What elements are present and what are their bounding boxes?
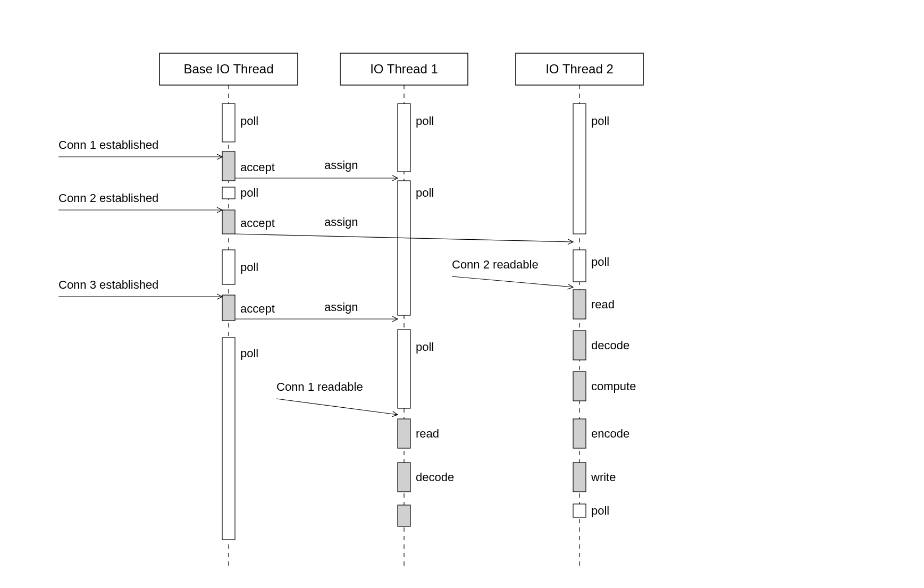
base-accept-2-label: accept (240, 216, 275, 230)
io2-read-label: read (591, 298, 615, 311)
io1-poll-2-label: poll (416, 186, 434, 199)
io1-decode (398, 463, 410, 492)
lane-title-io2: IO Thread 2 (545, 62, 614, 76)
base-poll-1-label: poll (240, 114, 258, 128)
base-poll-2-label: poll (240, 186, 258, 199)
io2-compute-label: compute (591, 380, 636, 393)
io2-poll-2-label: poll (591, 255, 609, 268)
msg-conn2-rd-arrow (452, 276, 573, 287)
base-poll-4 (222, 338, 235, 540)
io1-poll-1-label: poll (416, 114, 434, 128)
io2-write-label: write (591, 471, 616, 484)
msg-assign1-label: assign (324, 158, 358, 172)
io2-poll-2 (573, 250, 586, 282)
io1-poll-2 (398, 181, 410, 315)
base-accept-2 (222, 210, 235, 234)
io1-decode-label: decode (416, 471, 454, 484)
io2-write (573, 463, 586, 492)
io2-poll-1-label: poll (591, 114, 609, 128)
io2-decode (573, 331, 586, 360)
io1-poll-1 (398, 104, 410, 172)
base-accept-3-label: accept (240, 302, 275, 315)
msg-conn3-est-label: Conn 3 established (58, 278, 158, 291)
io1-poll-3 (398, 330, 410, 408)
base-accept-3 (222, 295, 235, 321)
io1-poll-3-label: poll (416, 340, 434, 354)
base-accept-1 (222, 152, 235, 181)
io2-decode-label: decode (591, 339, 629, 352)
io1-read (398, 419, 410, 448)
lane-title-io1: IO Thread 1 (370, 62, 438, 76)
io2-read (573, 290, 586, 319)
io1-read-label: read (416, 427, 439, 440)
io2-encode (573, 419, 586, 448)
base-poll-4-label: poll (240, 347, 258, 360)
lane-title-base: Base IO Thread (184, 62, 274, 76)
io2-compute (573, 372, 586, 401)
io2-poll-3 (573, 504, 586, 517)
msg-conn1-rd-arrow (276, 399, 398, 415)
io2-poll-3-label: poll (591, 504, 609, 517)
msg-assign2-label: assign (324, 215, 358, 229)
msg-conn1-est-label: Conn 1 established (58, 138, 158, 152)
io2-poll-1 (573, 104, 586, 234)
base-poll-3 (222, 250, 235, 284)
msg-assign3-label: assign (324, 300, 358, 314)
io2-encode-label: encode (591, 427, 629, 440)
base-poll-2 (222, 187, 235, 199)
base-poll-3-label: poll (240, 261, 258, 274)
io1-trailing (398, 505, 410, 526)
msg-conn2-est-label: Conn 2 established (58, 191, 158, 205)
msg-conn1-rd-label: Conn 1 readable (276, 380, 363, 393)
sequence-diagram: Base IO Thread IO Thread 1 IO Thread 2 p… (0, 0, 924, 588)
msg-conn2-rd-label: Conn 2 readable (452, 258, 539, 271)
base-accept-1-label: accept (240, 161, 275, 174)
base-poll-1 (222, 104, 235, 142)
